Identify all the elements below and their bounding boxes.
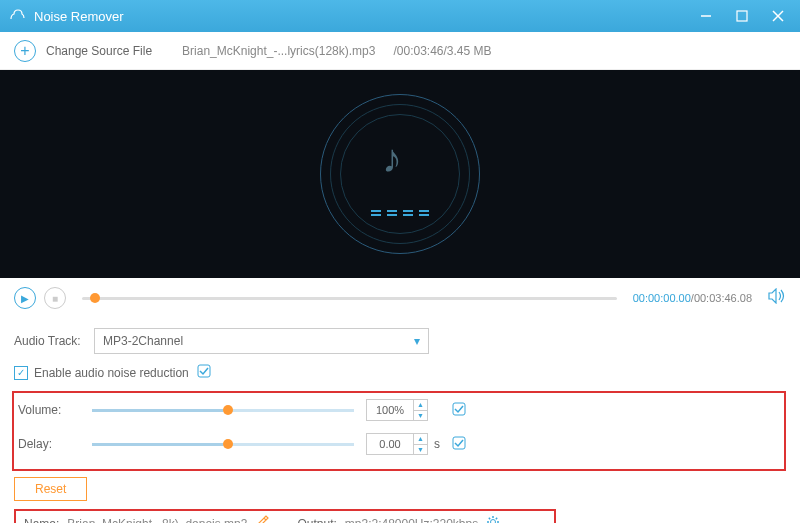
- delay-spinner[interactable]: ▲▼: [414, 433, 428, 455]
- chevron-up-icon[interactable]: ▲: [414, 434, 427, 445]
- audio-visualizer: ♪: [320, 94, 480, 254]
- source-filename: Brian_McKnight_-...lyrics(128k).mp3: [182, 44, 375, 58]
- equalizer-icon: [320, 210, 480, 216]
- delay-reset-icon[interactable]: [452, 436, 466, 453]
- volume-input[interactable]: [366, 399, 414, 421]
- output-name-value: Brian_McKnight...8k)_denois.mp3: [67, 517, 247, 524]
- preview-area: ♪: [0, 70, 800, 278]
- app-title: Noise Remover: [34, 9, 696, 24]
- delay-input[interactable]: [366, 433, 414, 455]
- noise-reduction-label: Enable audio noise reduction: [34, 366, 189, 380]
- chevron-down-icon[interactable]: ▼: [414, 445, 427, 455]
- play-button[interactable]: ▶: [14, 287, 36, 309]
- output-name-label: Name:: [24, 517, 59, 524]
- progress-thumb[interactable]: [90, 293, 100, 303]
- volume-thumb[interactable]: [223, 405, 233, 415]
- audio-track-label: Audio Track:: [14, 334, 94, 348]
- toolbar: + Change Source File Brian_McKnight_-...…: [0, 32, 800, 70]
- window-controls: [696, 6, 788, 26]
- svg-point-7: [491, 520, 496, 524]
- change-source-label[interactable]: Change Source File: [46, 44, 152, 58]
- time-current: 00:00:00.00: [633, 292, 691, 304]
- delay-label: Delay:: [14, 437, 92, 451]
- delay-row: Delay: ▲▼ s: [14, 433, 776, 455]
- volume-slider[interactable]: [92, 409, 354, 412]
- time-display: 00:00:00.00/00:03:46.08: [633, 292, 752, 304]
- chevron-up-icon[interactable]: ▲: [414, 400, 427, 411]
- highlighted-sliders: Volume: ▲▼ Delay: ▲▼ s: [12, 391, 786, 471]
- noise-reduction-checkbox[interactable]: ✓ Enable audio noise reduction: [14, 366, 189, 380]
- volume-label: Volume:: [14, 403, 92, 417]
- stop-button[interactable]: ■: [44, 287, 66, 309]
- music-note-icon: ♪: [382, 136, 402, 181]
- progress-slider[interactable]: [82, 297, 617, 300]
- delay-thumb[interactable]: [223, 439, 233, 449]
- edit-icon[interactable]: [255, 515, 269, 523]
- reset-button[interactable]: Reset: [14, 477, 87, 501]
- titlebar: Noise Remover: [0, 0, 800, 32]
- player-bar: ▶ ■ 00:00:00.00/00:03:46.08: [0, 278, 800, 318]
- noise-reduction-row: ✓ Enable audio noise reduction: [14, 364, 786, 381]
- output-format-label: Output:: [297, 517, 336, 524]
- chevron-down-icon: ▾: [414, 334, 420, 348]
- delay-slider[interactable]: [92, 443, 354, 446]
- audio-track-row: Audio Track: MP3-2Channel ▾: [14, 328, 786, 354]
- output-format-value: mp3;2;48000Hz;320kbps: [345, 517, 478, 524]
- svg-rect-5: [453, 403, 465, 415]
- volume-spinner[interactable]: ▲▼: [414, 399, 428, 421]
- volume-reset-icon[interactable]: [452, 402, 466, 419]
- audio-track-value: MP3-2Channel: [103, 334, 183, 348]
- maximize-button[interactable]: [732, 6, 752, 26]
- audio-track-select[interactable]: MP3-2Channel ▾: [94, 328, 429, 354]
- controls-panel: Audio Track: MP3-2Channel ▾ ✓ Enable aud…: [0, 318, 800, 523]
- volume-row: Volume: ▲▼: [14, 399, 776, 421]
- noise-settings-icon[interactable]: [197, 364, 211, 381]
- minimize-button[interactable]: [696, 6, 716, 26]
- volume-icon[interactable]: [768, 288, 786, 308]
- gear-icon[interactable]: [486, 515, 500, 523]
- svg-rect-6: [453, 437, 465, 449]
- delay-unit: s: [434, 437, 444, 451]
- source-fileinfo: /00:03:46/3.45 MB: [393, 44, 491, 58]
- app-logo-icon: [8, 7, 26, 25]
- svg-rect-1: [737, 11, 747, 21]
- svg-rect-4: [198, 365, 210, 377]
- highlighted-output: Name: Brian_McKnight...8k)_denois.mp3 Ou…: [14, 509, 556, 523]
- add-source-button[interactable]: +: [14, 40, 36, 62]
- checkbox-icon: ✓: [14, 366, 28, 380]
- time-total: /00:03:46.08: [691, 292, 752, 304]
- close-button[interactable]: [768, 6, 788, 26]
- chevron-down-icon[interactable]: ▼: [414, 411, 427, 421]
